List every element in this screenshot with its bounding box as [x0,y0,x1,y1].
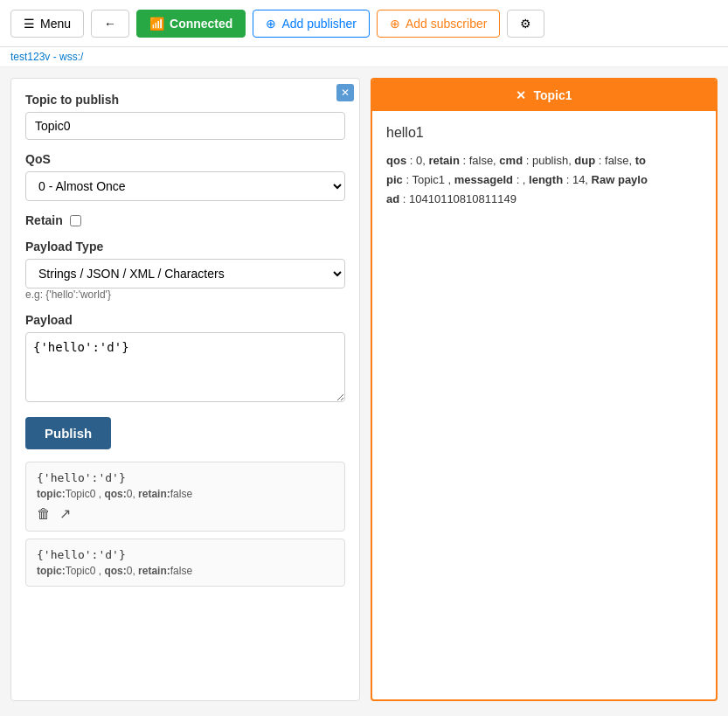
payload-hint: e.g: {'hello':'world'} [25,288,345,301]
bars-icon [24,17,35,31]
close-icon: ✕ [341,87,350,99]
add-publisher-icon: ⊕ [266,17,276,31]
gear-icon: ⚙ [520,17,531,31]
qos-group: QoS 0 - Almost Once 1 - At Least Once 2 … [25,152,345,201]
payload-type-select[interactable]: Strings / JSON / XML / Characters Base64… [25,259,345,288]
add-subscriber-button[interactable]: ⊕ Add subscriber [377,10,500,38]
message-payload-2: {'hello':'d'} [37,548,334,561]
back-button[interactable]: ← [91,10,129,38]
topic-name: Topic1 [533,88,572,102]
message-share-button-1[interactable]: ↗ [59,505,71,522]
payload-type-label: Payload Type [25,240,345,254]
message-meta-1: topic:Topic0 , qos:0, retain:false [37,488,334,500]
received-meta: qos : 0, retain : false, cmd : publish, … [386,151,702,209]
navbar: Menu ← 📶 Connected ⊕ Add publisher ⊕ Add… [0,0,728,47]
publisher-panel: ✕ Topic to publish QoS 0 - Almost Once 1… [10,78,360,701]
retain-checkbox[interactable] [70,215,81,226]
signal-icon: 📶 [149,17,164,31]
payload-textarea[interactable]: {'hello':'d'} [25,332,345,402]
settings-button[interactable]: ⚙ [507,10,544,38]
connected-button[interactable]: 📶 Connected [136,10,246,38]
message-actions-1: 🗑 ↗ [37,505,334,522]
url-text: test123v - wss:/ [10,51,83,63]
retain-row: Retain [25,213,345,227]
topic-label: Topic to publish [25,93,345,107]
add-subscriber-icon: ⊕ [390,17,400,31]
retain-label: Retain [25,213,63,227]
add-subscriber-label: Add subscriber [406,17,487,31]
received-title: hello1 [386,125,702,141]
message-meta-2: topic:Topic0 , qos:0, retain:false [37,565,334,577]
subscriber-body: hello1 qos : 0, retain : false, cmd : pu… [372,111,716,699]
message-payload-1: {'hello':'d'} [37,471,334,484]
topic-group: Topic to publish [25,93,345,140]
share-icon: ↗ [59,506,71,521]
url-bar: test123v - wss:/ [0,47,728,67]
menu-label: Menu [40,17,71,31]
add-publisher-label: Add publisher [281,17,357,31]
connected-label: Connected [170,17,232,31]
topic-close-icon[interactable]: ✕ [516,88,526,102]
message-delete-button-1[interactable]: 🗑 [37,505,51,522]
delete-icon: 🗑 [37,506,51,521]
received-message: hello1 qos : 0, retain : false, cmd : pu… [386,125,702,209]
publisher-body: Topic to publish QoS 0 - Almost Once 1 -… [11,79,359,608]
message-item-2: {'hello':'d'} topic:Topic0 , qos:0, reta… [25,539,345,587]
qos-select[interactable]: 0 - Almost Once 1 - At Least Once 2 - Ex… [25,171,345,201]
subscriber-panel: ✕ Topic1 hello1 qos : 0, retain : false,… [371,78,718,701]
add-publisher-button[interactable]: ⊕ Add publisher [253,10,370,38]
topic-input[interactable] [25,112,345,140]
qos-label: QoS [25,152,345,166]
topic-header: ✕ Topic1 [372,80,716,111]
menu-button[interactable]: Menu [10,10,84,38]
payload-label: Payload [25,313,345,327]
publisher-close-button[interactable]: ✕ [336,84,354,101]
payload-type-group: Payload Type Strings / JSON / XML / Char… [25,240,345,301]
payload-group: Payload {'hello':'d'} [25,313,345,405]
publish-button[interactable]: Publish [25,417,111,449]
main-content: ✕ Topic to publish QoS 0 - Almost Once 1… [0,67,728,712]
back-label: ← [104,17,116,31]
message-item: {'hello':'d'} topic:Topic0 , qos:0, reta… [25,462,345,532]
